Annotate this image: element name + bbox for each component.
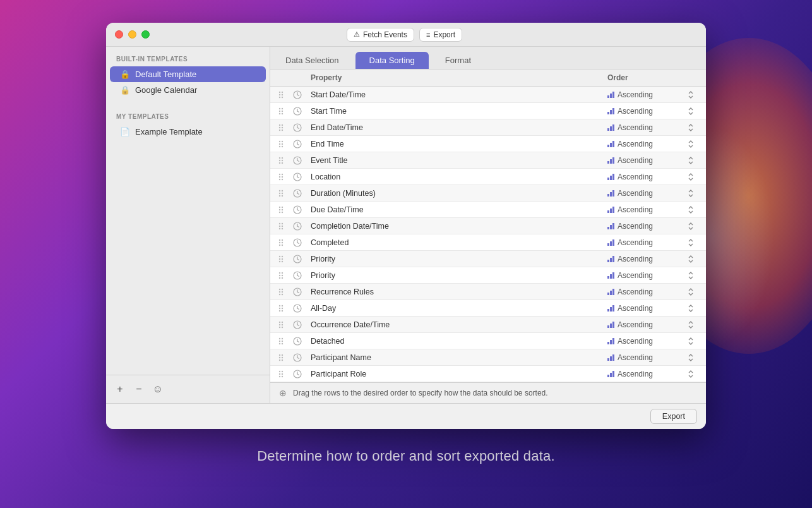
- table-row[interactable]: End Time Ascending: [270, 136, 706, 152]
- table-row[interactable]: Completion Date/Time Ascending: [270, 218, 706, 234]
- tab-format[interactable]: Format: [431, 52, 485, 69]
- drag-handle[interactable]: [278, 123, 293, 132]
- svg-point-112: [279, 244, 280, 245]
- sort-icon: [607, 205, 615, 214]
- table-row[interactable]: Priority Ascending: [270, 267, 706, 284]
- stepper-icon[interactable]: [683, 172, 698, 181]
- table-row[interactable]: Location Ascending: [270, 169, 706, 185]
- svg-rect-23: [612, 108, 614, 114]
- property-cell: End Date/Time: [311, 123, 607, 132]
- drag-handle[interactable]: [278, 370, 293, 378]
- export-button[interactable]: Export: [650, 409, 697, 424]
- stepper-icon[interactable]: [683, 287, 698, 296]
- stepper-icon[interactable]: [683, 107, 698, 116]
- titlebar-actions: ⚠ Fetch Events ≡ Export: [347, 28, 462, 42]
- drag-handle[interactable]: [278, 189, 293, 198]
- property-cell: End Time: [311, 140, 607, 148]
- table-row[interactable]: Priority Ascending: [270, 251, 706, 267]
- fetch-events-button[interactable]: ⚠ Fetch Events: [347, 28, 414, 42]
- stepper-icon[interactable]: [683, 271, 698, 280]
- drag-handle[interactable]: [278, 271, 293, 280]
- sidebar-item-example-template[interactable]: 📄 Example Template: [110, 124, 266, 140]
- stepper-icon[interactable]: [683, 238, 698, 247]
- table-row[interactable]: Completed Ascending: [270, 234, 706, 251]
- drag-handle[interactable]: [278, 353, 293, 362]
- order-label: Ascending: [618, 337, 653, 346]
- drag-handle[interactable]: [278, 304, 293, 313]
- table-row[interactable]: Participant Role Ascending: [270, 366, 706, 382]
- drag-handle[interactable]: [278, 205, 293, 214]
- property-cell: Recurrence Rules: [311, 287, 607, 296]
- table-row[interactable]: Occurrence Date/Time Ascending: [270, 317, 706, 333]
- tab-data-sorting[interactable]: Data Sorting: [355, 52, 429, 69]
- clock-icon: [293, 172, 311, 181]
- maximize-button[interactable]: [141, 30, 150, 39]
- property-cell: Participant Role: [311, 370, 607, 378]
- svg-point-3: [282, 94, 283, 95]
- sidebar-item-google-calendar[interactable]: 🔒 Google Calendar: [110, 82, 266, 98]
- order-label: Ascending: [618, 222, 653, 231]
- close-button[interactable]: [115, 30, 123, 39]
- stepper-icon[interactable]: [683, 189, 698, 198]
- svg-rect-155: [612, 289, 614, 295]
- table-row[interactable]: Detached Ascending: [270, 333, 706, 349]
- stepper-icon[interactable]: [683, 156, 698, 165]
- svg-point-134: [279, 274, 280, 275]
- stepper-icon[interactable]: [683, 123, 698, 132]
- order-label: Ascending: [618, 172, 653, 181]
- order-label: Ascending: [618, 287, 653, 296]
- order-label: Ascending: [618, 271, 653, 280]
- property-cell: Participant Name: [311, 353, 607, 362]
- drag-handle[interactable]: [278, 320, 293, 329]
- drag-handle[interactable]: [278, 90, 293, 99]
- minimize-button[interactable]: [128, 30, 136, 39]
- drag-handle[interactable]: [278, 287, 293, 296]
- table-row[interactable]: Participant Name Ascending: [270, 349, 706, 366]
- svg-rect-10: [610, 94, 612, 98]
- stepper-icon[interactable]: [683, 353, 698, 362]
- table-row[interactable]: Start Time Ascending: [270, 103, 706, 119]
- my-templates-section-label: My Templates: [106, 104, 270, 124]
- order-cell: Ascending: [607, 172, 683, 181]
- table-row[interactable]: Event Title Ascending: [270, 152, 706, 169]
- drag-handle[interactable]: [278, 172, 293, 181]
- svg-line-44: [297, 144, 299, 145]
- stepper-icon[interactable]: [683, 90, 698, 99]
- add-button[interactable]: +: [112, 382, 128, 397]
- clock-icon: [293, 287, 311, 296]
- sort-icon: [607, 189, 615, 198]
- sidebar-item-label-3: Example Template: [135, 127, 203, 136]
- property-cell: Start Time: [311, 107, 607, 116]
- stepper-icon[interactable]: [683, 255, 698, 263]
- table-row[interactable]: Due Date/Time Ascending: [270, 202, 706, 218]
- export-toolbar-button[interactable]: ≡ Export: [419, 28, 462, 42]
- stepper-icon[interactable]: [683, 304, 698, 313]
- stepper-icon[interactable]: [683, 370, 698, 378]
- drag-handle[interactable]: [278, 255, 293, 263]
- table-row[interactable]: All-Day Ascending: [270, 300, 706, 317]
- drag-handle[interactable]: [278, 156, 293, 165]
- clock-icon: [293, 337, 311, 346]
- drag-handle[interactable]: [278, 107, 293, 116]
- sidebar-item-default-template[interactable]: 🔒 Default Template: [110, 66, 266, 82]
- table-row[interactable]: Start Date/Time Ascending: [270, 87, 706, 103]
- drag-handle[interactable]: [278, 238, 293, 247]
- tab-data-selection[interactable]: Data Selection: [272, 52, 353, 69]
- export-toolbar-label: Export: [433, 30, 455, 39]
- drag-handle[interactable]: [278, 337, 293, 346]
- table-row[interactable]: End Date/Time Ascending: [270, 119, 706, 136]
- stepper-icon[interactable]: [683, 140, 698, 148]
- stepper-icon[interactable]: [683, 337, 698, 346]
- svg-line-104: [297, 226, 299, 227]
- drag-handle[interactable]: [278, 222, 293, 231]
- stepper-icon[interactable]: [683, 205, 698, 214]
- table-row[interactable]: Duration (Minutes) Ascending: [270, 185, 706, 202]
- emoji-button[interactable]: ☺: [150, 382, 165, 397]
- stepper-icon[interactable]: [683, 222, 698, 231]
- drag-handle[interactable]: [278, 140, 293, 148]
- svg-point-149: [282, 293, 283, 294]
- table-row[interactable]: Recurrence Rules Ascending: [270, 284, 706, 300]
- stepper-icon[interactable]: [683, 320, 698, 329]
- remove-button[interactable]: −: [131, 382, 146, 397]
- svg-point-111: [282, 241, 283, 243]
